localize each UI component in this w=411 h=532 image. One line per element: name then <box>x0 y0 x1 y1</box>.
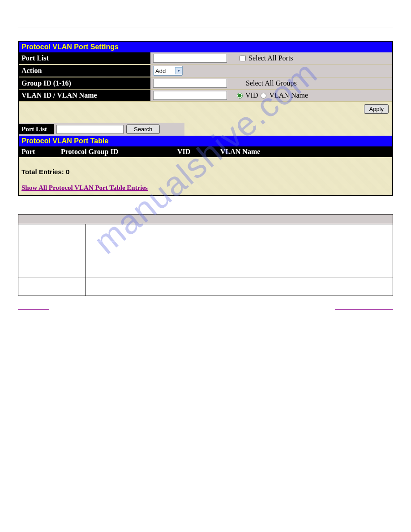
desc-cell-1-2 <box>86 224 393 242</box>
desc-row-3 <box>18 260 393 278</box>
desc-cell-4-2 <box>86 278 393 296</box>
label-group-id: Group ID (1-16) <box>19 77 150 89</box>
settings-panel: Protocol VLAN Port Settings Port List Se… <box>18 41 393 196</box>
chevron-down-icon: ▾ <box>175 67 182 74</box>
cell-port-list: Select All Ports <box>150 52 392 64</box>
apply-button[interactable]: Apply <box>364 104 389 114</box>
desc-cell-3-1 <box>18 260 86 278</box>
desc-header-row <box>18 215 393 224</box>
vlan-name-radio-label: VLAN Name <box>269 91 308 99</box>
label-vlan-id-name: VLAN ID / VLAN Name <box>19 90 150 101</box>
total-entries: Total Entries: 0 <box>19 157 392 184</box>
col-vid: VID <box>175 146 218 157</box>
cell-action: Add ▾ <box>150 64 392 77</box>
desc-row-2 <box>18 242 393 260</box>
top-divider <box>18 27 393 27</box>
col-port: Port <box>19 146 58 157</box>
vlan-id-name-input[interactable] <box>153 91 227 100</box>
row-action: Action Add ▾ <box>19 64 392 77</box>
select-all-ports-label: Select All Ports <box>248 54 293 62</box>
col-vlan-name: VLAN Name <box>218 146 392 157</box>
row-group-id: Group ID (1-16) Select All Groups <box>19 77 392 90</box>
port-list-input[interactable] <box>153 54 227 63</box>
vid-radio-label: VID <box>245 91 258 99</box>
bottom-link-left <box>18 309 49 310</box>
description-table <box>18 214 393 296</box>
row-port-list: Port List Select All Ports <box>19 52 392 64</box>
settings-header: Protocol VLAN Port Settings <box>19 42 392 52</box>
cell-group-id: Select All Groups <box>150 77 392 89</box>
desc-cell-2-2 <box>86 242 393 260</box>
desc-row-4 <box>18 278 393 296</box>
cell-vlan-id-name: VID VLAN Name <box>150 90 392 101</box>
col-protocol-group-id: Protocol Group ID <box>58 146 175 157</box>
search-port-list-label: Port List <box>19 124 54 134</box>
bottom-links <box>18 309 393 310</box>
group-id-input[interactable] <box>153 79 227 88</box>
show-all-link[interactable]: Show All Protocol VLAN Port Table Entrie… <box>19 184 150 195</box>
total-entries-value: 0 <box>66 168 69 176</box>
search-port-list-input[interactable] <box>56 125 124 134</box>
total-entries-label: Total Entries: <box>21 168 64 176</box>
label-port-list: Port List <box>19 52 150 64</box>
table-columns: Port Protocol Group ID VID VLAN Name <box>19 146 392 157</box>
desc-cell-4-1 <box>18 278 86 296</box>
desc-cell-1-1 <box>18 224 86 242</box>
search-button[interactable]: Search <box>126 124 160 134</box>
apply-row: Apply <box>19 102 392 123</box>
action-select-value: Add <box>155 68 166 74</box>
select-all-groups-label: Select All Groups <box>246 79 297 87</box>
vlan-name-radio[interactable] <box>261 93 266 99</box>
row-vlan-id-name: VLAN ID / VLAN Name VID VLAN Name <box>19 90 392 102</box>
select-all-ports-checkbox[interactable] <box>240 55 246 61</box>
table-header: Protocol VLAN Port Table <box>19 136 392 146</box>
desc-row-1 <box>18 224 393 242</box>
action-select[interactable]: Add ▾ <box>153 66 183 76</box>
desc-cell-2-1 <box>18 242 86 260</box>
desc-header-cell <box>18 215 393 224</box>
bottom-link-right <box>335 309 393 310</box>
search-row: Port List Search <box>19 123 184 136</box>
label-action: Action <box>19 65 150 77</box>
desc-cell-3-2 <box>86 260 393 278</box>
vid-radio[interactable] <box>237 93 243 99</box>
